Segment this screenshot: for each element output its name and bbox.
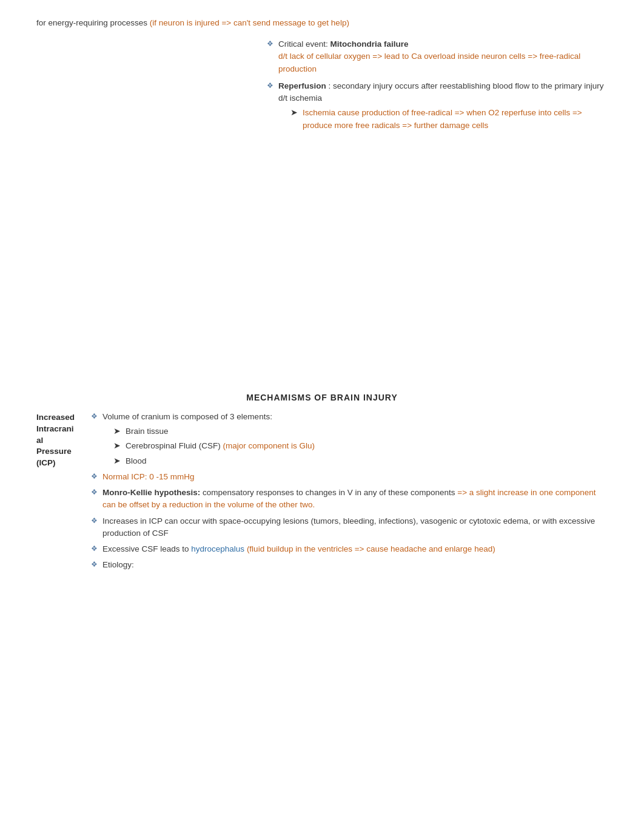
monro-kellie-bold: Monro-Kellie hypothesis: bbox=[102, 488, 200, 497]
ischemia-text: Ischemia cause production of free-radica… bbox=[303, 107, 608, 132]
diamond-icon: ❖ bbox=[267, 39, 273, 48]
reperfusion-sub: ➤ Ischemia cause production of free-radi… bbox=[290, 107, 608, 132]
list-item: ❖ Monro-Kellie hypothesis: compensatory … bbox=[91, 487, 608, 512]
increases-icp-text: Increases in ICP can occur with space-oc… bbox=[102, 515, 608, 540]
mitochondria-text: Critical event: Mitochondria failure d/t… bbox=[278, 38, 608, 75]
csf-orange: (major component is Glu) bbox=[223, 441, 315, 450]
icp-label: Increased Intracrani al Pressure (ICP) bbox=[36, 412, 91, 469]
intro-orange-text: (if neuron is injured => can't send mess… bbox=[150, 18, 349, 27]
hydrocephalus-link: hydrocephalus bbox=[191, 544, 244, 553]
mitochondria-label: Critical event: bbox=[278, 39, 330, 49]
csf-text: Cerebrospinal Fluid (CSF) (major compone… bbox=[126, 440, 315, 452]
diamond-icon: ❖ bbox=[91, 516, 98, 525]
volume-label: Volume of cranium is composed of 3 eleme… bbox=[102, 412, 272, 421]
list-item: ❖ Etiology: bbox=[91, 559, 608, 571]
reperfusion-normal: : secondary injury occurs after reestabl… bbox=[278, 81, 604, 103]
diamond-icon: ❖ bbox=[91, 560, 98, 569]
icp-content: ❖ Volume of cranium is composed of 3 ele… bbox=[91, 411, 608, 575]
intro-line: for energy-requiring processes (if neuro… bbox=[36, 18, 608, 27]
icp-two-col: Increased Intracrani al Pressure (ICP) ❖… bbox=[36, 411, 608, 575]
sub-csf: ➤ Cerebrospinal Fluid (CSF) (major compo… bbox=[113, 440, 315, 452]
arrow-icon: ➤ bbox=[113, 440, 121, 452]
mitochondria-orange: d/t lack of cellular oxygen => lead to C… bbox=[278, 52, 580, 73]
blank-spacer bbox=[36, 144, 608, 387]
label-line-2: Intracrani bbox=[36, 424, 87, 435]
arrow-icon: ➤ bbox=[290, 107, 298, 119]
list-item: ❖ Excessive CSF leads to hydrocephalus (… bbox=[91, 543, 608, 555]
mechanisms-section: MECHAMISMS OF BRAIN INJURY Increased Int… bbox=[36, 393, 608, 575]
mitochondria-bold: Mitochondria failure bbox=[330, 39, 409, 49]
reperfusion-bold: Reperfusion bbox=[278, 81, 326, 90]
intro-normal-text: for energy-requiring processes bbox=[36, 18, 147, 27]
increases-icp-label: Increases in ICP can occur with space-oc… bbox=[102, 516, 595, 538]
etiology-label: Etiology: bbox=[102, 560, 134, 569]
sub-brain-tissue: ➤ Brain tissue bbox=[113, 425, 315, 438]
diamond-icon: ❖ bbox=[91, 412, 98, 421]
reperfusion-text: Reperfusion : secondary injury occurs af… bbox=[278, 80, 608, 132]
section-title: MECHAMISMS OF BRAIN INJURY bbox=[36, 393, 608, 402]
etiology-text: Etiology: bbox=[102, 559, 134, 571]
monro-kellie-text: Monro-Kellie hypothesis: compensatory re… bbox=[102, 487, 608, 512]
list-item: ❖ Increases in ICP can occur with space-… bbox=[91, 515, 608, 540]
blood-text: Blood bbox=[126, 455, 147, 467]
label-line-1: Increased bbox=[36, 412, 87, 424]
list-item: ❖ Critical event: Mitochondria failure d… bbox=[267, 38, 608, 75]
volume-text: Volume of cranium is composed of 3 eleme… bbox=[102, 411, 315, 467]
top-bullet-section: ❖ Critical event: Mitochondria failure d… bbox=[267, 38, 608, 132]
monro-kellie-normal: compensatory responses to changes in V i… bbox=[203, 488, 455, 497]
label-line-3: al bbox=[36, 435, 87, 447]
excessive-csf-text: Excessive CSF leads to hydrocephalus (fl… bbox=[102, 543, 495, 555]
arrow-icon: ➤ bbox=[113, 455, 121, 467]
sub-blood: ➤ Blood bbox=[113, 455, 315, 467]
diamond-icon: ❖ bbox=[91, 488, 98, 496]
list-item: ❖ Volume of cranium is composed of 3 ele… bbox=[91, 411, 608, 467]
normal-icp-label: Normal ICP: 0 -15 mmHg bbox=[102, 472, 195, 481]
list-item: ❖ Normal ICP: 0 -15 mmHg bbox=[91, 471, 608, 483]
hydrocephalus-orange: (fluid buildup in the ventricles => caus… bbox=[244, 544, 495, 553]
arrow-icon: ➤ bbox=[113, 425, 121, 438]
diamond-icon: ❖ bbox=[267, 81, 273, 90]
excessive-csf-normal: Excessive CSF leads to bbox=[102, 544, 191, 553]
label-line-4: Pressure bbox=[36, 446, 87, 458]
diamond-icon: ❖ bbox=[91, 472, 98, 481]
label-line-5: (ICP) bbox=[36, 458, 87, 469]
page-content: for energy-requiring processes (if neuro… bbox=[36, 18, 608, 575]
list-item: ❖ Reperfusion : secondary injury occurs … bbox=[267, 80, 608, 132]
brain-tissue-text: Brain tissue bbox=[126, 425, 169, 438]
normal-icp-text: Normal ICP: 0 -15 mmHg bbox=[102, 471, 195, 483]
diamond-icon: ❖ bbox=[91, 544, 98, 553]
